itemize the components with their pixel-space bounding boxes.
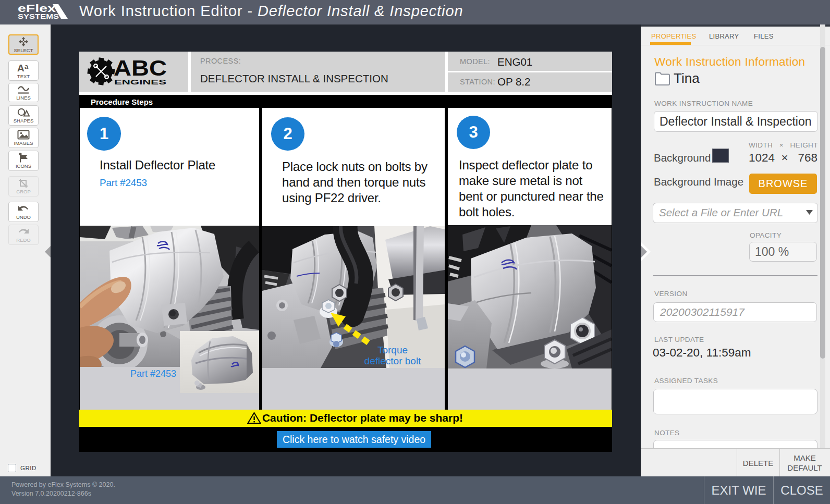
svg-text:deflector bolt: deflector bolt: [364, 355, 422, 366]
svg-text:A: A: [17, 63, 25, 73]
svg-text:SYSTEMS: SYSTEMS: [18, 13, 59, 20]
svg-text:a: a: [25, 63, 29, 70]
svg-text:ENGINES: ENGINES: [114, 79, 166, 86]
svg-text:ABC: ABC: [114, 56, 167, 80]
svg-text:Torque: Torque: [377, 345, 408, 355]
svg-text:eFlex: eFlex: [18, 3, 56, 14]
